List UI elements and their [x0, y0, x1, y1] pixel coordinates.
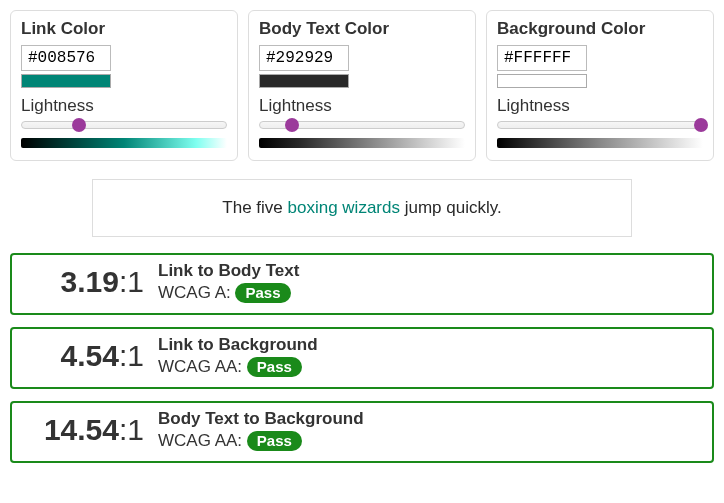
background-color-input[interactable]	[497, 45, 587, 71]
contrast-ratio: 14.54:1	[24, 413, 144, 447]
body-color-title: Body Text Color	[259, 19, 465, 39]
link-color-swatch	[21, 74, 111, 88]
body-gradient-strip	[259, 138, 465, 148]
slider-track	[497, 121, 703, 129]
preview-link[interactable]: boxing wizards	[288, 198, 400, 217]
ratio-number: 4.54	[61, 339, 119, 372]
ratio-suffix: :1	[119, 265, 144, 298]
comparison-label: Link to Background	[158, 335, 318, 355]
link-gradient-strip	[21, 138, 227, 148]
result-row: 4.54:1 Link to Background WCAG AA: Pass	[10, 327, 714, 389]
result-row: 14.54:1 Body Text to Background WCAG AA:…	[10, 401, 714, 463]
body-color-swatch	[259, 74, 349, 88]
slider-thumb[interactable]	[285, 118, 299, 132]
result-body: Link to Body Text WCAG A: Pass	[158, 261, 299, 303]
wcag-line: WCAG AA: Pass	[158, 431, 364, 451]
ratio-number: 3.19	[61, 265, 119, 298]
link-color-input[interactable]	[21, 45, 111, 71]
wcag-level: WCAG AA:	[158, 357, 247, 376]
contrast-ratio: 4.54:1	[24, 339, 144, 373]
preview-box: The five boxing wizards jump quickly.	[92, 179, 632, 237]
comparison-label: Body Text to Background	[158, 409, 364, 429]
slider-track	[21, 121, 227, 129]
slider-thumb[interactable]	[694, 118, 708, 132]
background-color-swatch	[497, 74, 587, 88]
status-badge: Pass	[247, 357, 302, 377]
body-color-picker: Body Text Color Lightness	[248, 10, 476, 161]
result-body: Body Text to Background WCAG AA: Pass	[158, 409, 364, 451]
background-lightness-label: Lightness	[497, 96, 703, 116]
wcag-line: WCAG A: Pass	[158, 283, 299, 303]
result-row: 3.19:1 Link to Body Text WCAG A: Pass	[10, 253, 714, 315]
comparison-label: Link to Body Text	[158, 261, 299, 281]
background-color-title: Background Color	[497, 19, 703, 39]
result-body: Link to Background WCAG AA: Pass	[158, 335, 318, 377]
link-color-title: Link Color	[21, 19, 227, 39]
status-badge: Pass	[247, 431, 302, 451]
body-lightness-label: Lightness	[259, 96, 465, 116]
preview-text-before: The five	[222, 198, 287, 217]
link-lightness-slider[interactable]	[21, 118, 227, 132]
body-lightness-slider[interactable]	[259, 118, 465, 132]
body-color-input[interactable]	[259, 45, 349, 71]
ratio-suffix: :1	[119, 413, 144, 446]
wcag-line: WCAG AA: Pass	[158, 357, 318, 377]
slider-thumb[interactable]	[72, 118, 86, 132]
contrast-ratio: 3.19:1	[24, 265, 144, 299]
results-list: 3.19:1 Link to Body Text WCAG A: Pass 4.…	[10, 253, 714, 463]
link-color-picker: Link Color Lightness	[10, 10, 238, 161]
color-pickers-row: Link Color Lightness Body Text Color Lig…	[10, 10, 714, 161]
status-badge: Pass	[235, 283, 290, 303]
wcag-level: WCAG AA:	[158, 431, 247, 450]
ratio-number: 14.54	[44, 413, 119, 446]
preview-text-after: jump quickly.	[400, 198, 502, 217]
background-lightness-slider[interactable]	[497, 118, 703, 132]
background-gradient-strip	[497, 138, 703, 148]
background-color-picker: Background Color Lightness	[486, 10, 714, 161]
ratio-suffix: :1	[119, 339, 144, 372]
wcag-level: WCAG A:	[158, 283, 235, 302]
link-lightness-label: Lightness	[21, 96, 227, 116]
